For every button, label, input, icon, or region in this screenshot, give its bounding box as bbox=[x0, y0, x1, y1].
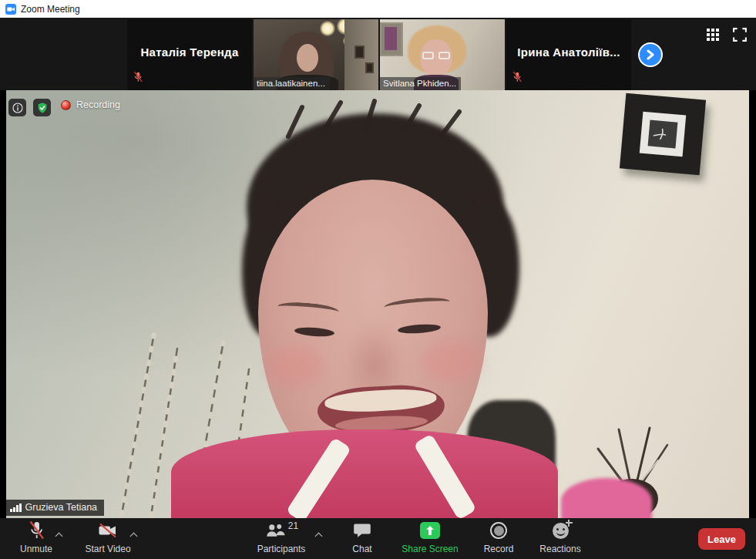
participant-tile-svitlana[interactable]: Svitlana Pkhiden... bbox=[380, 19, 505, 90]
participants-icon: 21 bbox=[264, 518, 298, 543]
recording-dot-icon bbox=[61, 100, 71, 110]
start-video-button[interactable]: Start Video bbox=[79, 518, 136, 559]
muted-mic-icon bbox=[27, 518, 46, 543]
participant-tile-tiina[interactable]: tiina.laatikainen... bbox=[254, 19, 378, 90]
frame-picture bbox=[648, 120, 678, 148]
cheek-blush bbox=[422, 342, 481, 382]
participant-tile-iryna[interactable]: Ірина Анатоліїв... bbox=[506, 19, 631, 90]
pink-object bbox=[561, 478, 652, 518]
chat-icon bbox=[353, 518, 371, 543]
window-title: Zoom Meeting bbox=[21, 4, 80, 15]
participant-tiles: Наталія Теренда tiin bbox=[127, 19, 631, 90]
muted-mic-icon bbox=[133, 71, 143, 86]
picture-frame bbox=[380, 22, 403, 56]
leave-button[interactable]: Leave bbox=[698, 528, 745, 550]
record-icon bbox=[490, 518, 507, 543]
fullscreen-icon[interactable] bbox=[733, 28, 747, 42]
audio-signal-icon bbox=[10, 503, 22, 512]
gallery-view-icon[interactable] bbox=[707, 29, 719, 41]
share-screen-label: Share Screen bbox=[402, 544, 458, 554]
shield-check-icon bbox=[36, 102, 49, 114]
participant-name-label: tiina.laatikainen... bbox=[254, 77, 330, 90]
share-screen-icon bbox=[420, 518, 440, 543]
video-off-icon bbox=[97, 518, 119, 543]
unmute-label: Unmute bbox=[20, 544, 52, 554]
chat-button[interactable]: Chat bbox=[336, 518, 388, 559]
chevron-right-icon bbox=[646, 49, 655, 60]
zoom-meeting-window: Zoom Meeting Наталія Теренда bbox=[0, 0, 756, 559]
reactions-label: Reactions bbox=[539, 544, 580, 554]
participants-count: 21 bbox=[288, 520, 298, 531]
title-bar: Zoom Meeting bbox=[0, 0, 756, 18]
next-participants-button[interactable] bbox=[638, 42, 663, 67]
unmute-button[interactable]: Unmute bbox=[11, 518, 62, 559]
muted-mic-icon bbox=[512, 71, 522, 86]
cheek-blush bbox=[267, 346, 322, 386]
participant-strip: Наталія Теренда tiin bbox=[0, 18, 756, 90]
main-speaker-video: Recording Gruzieva Tetiana bbox=[6, 90, 749, 518]
teeth bbox=[324, 387, 437, 414]
pink-sweater bbox=[171, 429, 558, 518]
record-button[interactable]: Record bbox=[472, 518, 525, 559]
reactions-smiley-icon bbox=[553, 518, 569, 543]
recording-indicator: Recording bbox=[61, 99, 120, 110]
meeting-toolbar: Unmute Start Video 21 Participants Chat bbox=[0, 518, 756, 559]
recording-label: Recording bbox=[76, 99, 120, 110]
share-screen-button[interactable]: Share Screen bbox=[396, 518, 464, 559]
person-face bbox=[297, 44, 318, 72]
info-icon bbox=[12, 102, 24, 114]
meeting-info-button[interactable] bbox=[8, 99, 26, 116]
wall-picture-frame bbox=[620, 93, 706, 176]
chat-label: Chat bbox=[352, 544, 371, 554]
record-label: Record bbox=[484, 544, 514, 554]
reactions-button[interactable]: Reactions bbox=[532, 518, 589, 559]
chandelier-light bbox=[320, 21, 335, 36]
participant-name: Наталія Теренда bbox=[127, 45, 252, 59]
hair-spikes bbox=[265, 98, 489, 140]
picture-frame bbox=[365, 62, 374, 73]
participant-tile-nataliia[interactable]: Наталія Теренда bbox=[127, 19, 252, 90]
participant-name: Ірина Анатоліїв... bbox=[506, 45, 631, 59]
participants-button[interactable]: 21 Participants bbox=[245, 518, 318, 559]
security-shield-button[interactable] bbox=[33, 99, 51, 116]
participant-name-label: Svitlana Pkhiden... bbox=[380, 77, 461, 90]
picture-frame bbox=[354, 45, 365, 59]
start-video-label: Start Video bbox=[85, 544, 130, 554]
speaker-name-tag: Gruzieva Tetiana bbox=[6, 500, 104, 516]
speaker-name: Gruzieva Tetiana bbox=[25, 502, 98, 513]
participants-label: Participants bbox=[257, 544, 306, 554]
zoom-app-icon bbox=[5, 4, 16, 15]
frame-mat bbox=[640, 112, 686, 157]
glasses bbox=[422, 52, 450, 59]
